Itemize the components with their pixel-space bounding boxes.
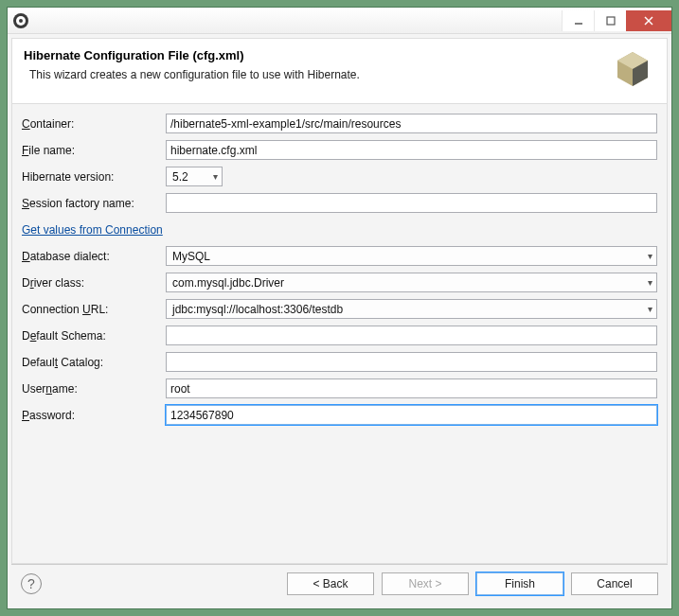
chevron-down-icon: ▾ — [211, 171, 220, 182]
password-label: Password: — [22, 409, 162, 422]
password-input[interactable] — [166, 405, 657, 425]
minimize-button[interactable] — [562, 10, 594, 31]
finish-button[interactable]: Finish — [476, 572, 563, 595]
driver-class-label: Driver class: — [22, 276, 162, 290]
driver-class-select[interactable]: com.mysql.jdbc.Driver ▾ — [166, 273, 657, 292]
wizard-subtitle: This wizard creates a new configuration … — [24, 68, 602, 81]
db-dialect-label: Database dialect: — [22, 250, 162, 263]
connection-url-select[interactable]: jdbc:mysql://localhost:3306/testdb ▾ — [166, 299, 657, 319]
connection-url-label: Connection URL: — [22, 303, 162, 316]
username-input[interactable] — [166, 378, 657, 398]
default-schema-label: Default Schema: — [22, 329, 162, 343]
chevron-down-icon: ▾ — [646, 251, 654, 261]
wizard-body: Container: File name: Hibernate version:… — [11, 104, 668, 564]
default-catalog-input[interactable] — [166, 352, 657, 372]
hibernate-version-select[interactable]: 5.2 ▾ — [166, 167, 223, 186]
hibernate-version-value: 5.2 — [172, 170, 211, 184]
driver-class-value: com.mysql.jdbc.Driver — [172, 276, 646, 290]
session-factory-label: Session factory name: — [22, 197, 162, 210]
eclipse-icon — [13, 13, 28, 28]
dialog-content: Hibernate Configuration File (cfg.xml) T… — [8, 34, 671, 608]
username-label: Username: — [22, 382, 162, 396]
hibernate-icon — [610, 48, 655, 94]
default-catalog-label: Default Catalog: — [22, 356, 162, 369]
container-input[interactable] — [166, 114, 657, 133]
container-label: Container: — [22, 117, 162, 131]
filename-input[interactable] — [166, 140, 657, 160]
close-button[interactable] — [626, 10, 671, 31]
db-dialect-value: MySQL — [172, 250, 646, 263]
titlebar[interactable] — [8, 8, 671, 34]
hibernate-version-label: Hibernate version: — [22, 170, 162, 184]
default-schema-input[interactable] — [166, 326, 657, 345]
get-values-link[interactable]: Get values from Connection — [22, 223, 163, 237]
maximize-button[interactable] — [594, 10, 626, 31]
db-dialect-select[interactable]: MySQL ▾ — [166, 246, 657, 266]
chevron-down-icon: ▾ — [646, 277, 654, 288]
wizard-footer: ? < Back Next > Finish Cancel — [11, 564, 668, 601]
svg-rect-1 — [607, 17, 615, 25]
cancel-button[interactable]: Cancel — [571, 572, 658, 595]
filename-label: File name: — [22, 144, 162, 157]
dialog-window: Hibernate Configuration File (cfg.xml) T… — [7, 7, 672, 609]
wizard-header: Hibernate Configuration File (cfg.xml) T… — [11, 38, 668, 104]
chevron-down-icon: ▾ — [646, 304, 654, 314]
connection-url-value: jdbc:mysql://localhost:3306/testdb — [172, 303, 646, 316]
back-button[interactable]: < Back — [287, 572, 374, 595]
session-factory-input[interactable] — [166, 193, 657, 213]
help-icon[interactable]: ? — [21, 573, 42, 594]
next-button: Next > — [382, 572, 469, 595]
wizard-title: Hibernate Configuration File (cfg.xml) — [24, 48, 602, 62]
